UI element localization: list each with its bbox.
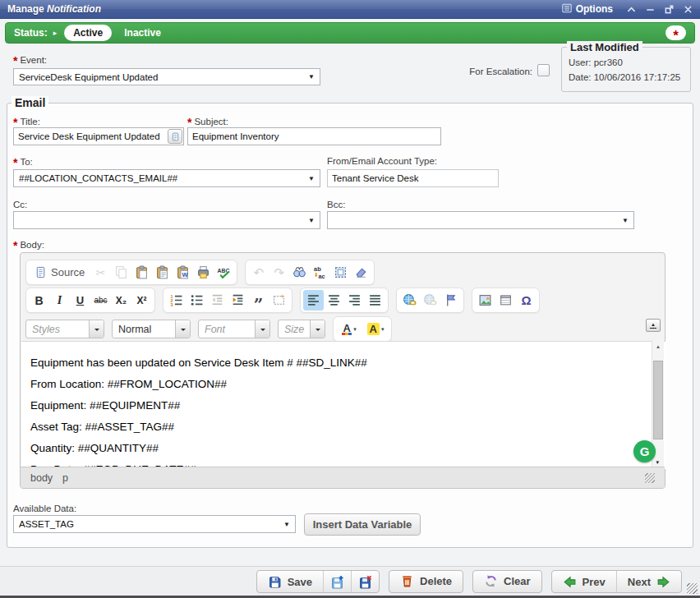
image-icon (478, 293, 492, 307)
minimize-button[interactable] (645, 4, 655, 14)
options-list-icon (562, 3, 572, 16)
copy-button[interactable] (111, 262, 131, 283)
dropdown-arrow-icon[interactable]: ▼ (622, 217, 629, 224)
bcc-combobox[interactable]: ▼ (327, 211, 634, 229)
scroll-up-button[interactable]: ▲ (652, 341, 664, 352)
window-resize-handle[interactable] (687, 583, 698, 594)
create-div-button[interactable] (269, 290, 289, 310)
size-dropdown[interactable]: Size (278, 320, 325, 338)
align-center-button[interactable] (324, 290, 344, 310)
align-right-icon (348, 293, 362, 307)
title-input[interactable] (14, 128, 168, 145)
align-justify-icon (368, 293, 382, 307)
title-expand-button[interactable] (168, 129, 182, 144)
cut-button[interactable]: ✂ (90, 262, 111, 283)
underline-button[interactable]: U (70, 290, 90, 310)
list-indent-toolbar-group: ” (163, 288, 292, 313)
superscript-icon: X² (137, 295, 147, 306)
options-menu-button[interactable]: Options (562, 3, 613, 16)
editor-resize-handle[interactable] (645, 473, 655, 483)
dropdown-trigger-icon[interactable] (175, 320, 190, 338)
background-color-button[interactable]: A ▾ (362, 319, 389, 339)
align-left-button[interactable] (303, 290, 324, 310)
clear-button[interactable]: Clear (472, 570, 542, 593)
status-inactive-button[interactable]: Inactive (124, 27, 161, 39)
element-path-body[interactable]: body (30, 472, 53, 484)
grammarly-caret-icon[interactable]: ▾ (656, 459, 659, 466)
green-arrow-right-icon (656, 575, 670, 589)
status-active-button[interactable]: Active (64, 25, 112, 41)
spellcheck-button[interactable] (214, 262, 234, 283)
bold-button[interactable]: B (29, 290, 49, 310)
dropdown-arrow-icon[interactable]: ▼ (283, 521, 290, 528)
dropdown-trigger-icon[interactable] (89, 320, 104, 338)
element-path-p[interactable]: p (62, 472, 68, 484)
bulleted-list-button[interactable] (187, 290, 207, 310)
dropdown-arrow-icon[interactable]: ▼ (308, 217, 315, 224)
text-color-button[interactable]: A ▾ (336, 319, 362, 339)
available-data-select[interactable]: ASSET_TAG ▼ (13, 515, 296, 533)
align-right-button[interactable] (344, 290, 365, 310)
find-button[interactable] (289, 262, 310, 283)
italic-button[interactable]: I (49, 290, 70, 310)
next-button[interactable]: Next (616, 571, 681, 593)
undo-button[interactable]: ↶ (248, 262, 269, 283)
styles-dropdown[interactable]: Styles (25, 320, 104, 338)
editor-toolbar-row-3: Styles Normal Font Size A ▾ (25, 316, 392, 342)
required-fields-badge[interactable]: * (665, 25, 686, 40)
to-combobox[interactable]: ##LOCATION_CONTACTS_EMAIL## ▼ (13, 169, 320, 187)
numbered-list-button[interactable] (166, 290, 187, 310)
redo-button[interactable]: ↷ (269, 262, 289, 283)
collapse-toolbar-button[interactable]: ▲ (646, 319, 661, 332)
cc-combobox[interactable]: ▼ (13, 211, 320, 229)
unlink-button[interactable] (420, 290, 440, 310)
paste-plain-text-button[interactable] (152, 262, 173, 283)
replace-button[interactable] (310, 262, 330, 283)
font-dropdown[interactable]: Font (198, 320, 270, 338)
save-and-new-button[interactable] (323, 571, 351, 593)
insert-image-button[interactable] (475, 290, 495, 310)
strikethrough-button[interactable]: abc (90, 290, 111, 310)
dropdown-arrow-icon[interactable]: ▼ (308, 175, 315, 182)
eraser-icon (354, 265, 368, 279)
select-all-button[interactable] (330, 262, 351, 283)
event-select[interactable]: ServiceDesk Equipment Updated ▼ (13, 68, 320, 85)
save-and-close-icon (358, 575, 372, 589)
print-button[interactable] (193, 262, 214, 283)
dropdown-trigger-icon[interactable] (255, 320, 269, 338)
collapse-window-button[interactable] (626, 4, 636, 14)
for-escalation-checkbox[interactable] (537, 64, 550, 76)
caret-down-icon[interactable]: ▾ (381, 326, 385, 333)
editor-content-area[interactable]: Equipment has been updated on Service De… (21, 341, 665, 469)
subject-input[interactable] (188, 128, 440, 145)
subject-input-wrap (187, 127, 441, 145)
insert-data-variable-button[interactable]: Insert Data Variable (304, 513, 421, 536)
grammarly-button[interactable]: G (633, 440, 656, 462)
blockquote-icon: ” (254, 294, 264, 307)
dropdown-trigger-icon[interactable] (310, 320, 325, 338)
insert-table-button[interactable] (495, 290, 516, 310)
caret-down-icon[interactable]: ▾ (353, 326, 357, 333)
blockquote-button[interactable]: ” (248, 290, 269, 310)
superscript-button[interactable]: X² (131, 290, 152, 310)
increase-indent-button[interactable] (228, 290, 248, 310)
remove-format-button[interactable] (351, 262, 371, 283)
align-justify-button[interactable] (365, 290, 385, 310)
paste-from-word-button[interactable] (173, 262, 193, 283)
dropdown-arrow-icon[interactable]: ▼ (308, 73, 315, 80)
prev-button[interactable]: Prev (552, 571, 616, 593)
decrease-indent-button[interactable] (207, 290, 228, 310)
paragraph-format-dropdown[interactable]: Normal (112, 320, 191, 338)
anchor-button[interactable] (440, 290, 461, 310)
save-button[interactable]: Save (257, 571, 323, 593)
close-button[interactable] (683, 4, 693, 14)
popout-button[interactable] (664, 4, 674, 14)
save-and-close-button[interactable] (351, 571, 379, 593)
insert-link-button[interactable] (399, 290, 420, 310)
delete-button[interactable]: Delete (389, 570, 463, 593)
subscript-button[interactable]: X₂ (111, 290, 131, 310)
special-character-button[interactable]: Ω (516, 290, 537, 310)
source-button[interactable]: Source (29, 262, 90, 283)
scrollbar-thumb[interactable] (653, 361, 663, 439)
paste-button[interactable] (131, 262, 152, 283)
